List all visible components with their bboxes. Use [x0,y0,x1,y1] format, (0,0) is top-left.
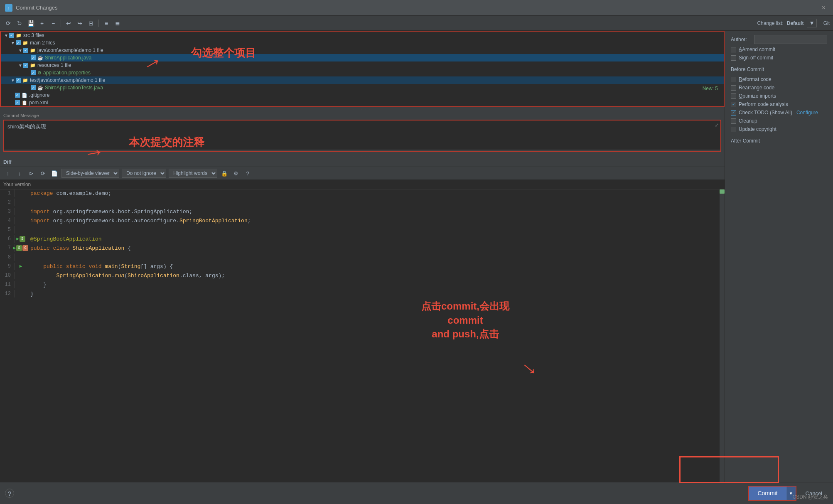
resize-handle-bottom[interactable]: · · · · · [0,154,725,157]
line-num-3: 3 [0,208,15,215]
folder-icon-resources: 📁 [30,63,36,68]
code-area: 1 package com.example.demo; 2 3 [0,189,725,299]
toolbar-btn-5[interactable]: − [48,18,58,28]
amend-label: AAmend commit [739,47,775,52]
dialog-title: Commit Changes [16,5,57,11]
checkbox-shiro-app[interactable]: ✓ [31,55,36,60]
tree-item-src[interactable]: ▼ ✓ 📁 src 3 files [1,32,724,39]
optimize-row[interactable]: Optimize imports [731,93,827,99]
diff-btn-help[interactable]: ? [243,169,252,178]
commit-button[interactable]: Commit [749,487,786,500]
line-content-5 [27,226,34,228]
toolbar-btn-2[interactable]: ↻ [15,18,25,28]
signoff-row[interactable]: Sign-off commit [731,55,827,61]
line-num-4: 4 [0,217,15,224]
checkbox-java-pkg[interactable]: ✓ [23,48,28,53]
ignore-dropdown[interactable]: Do not ignore [122,169,166,178]
rearrange-checkbox[interactable] [731,85,736,91]
run-icon-9[interactable]: ▶ [20,263,22,269]
toolbar-btn-diff[interactable]: ⊟ [86,18,96,28]
checkbox-pom[interactable]: ✓ [15,100,20,105]
run-icon-6: ▶ [16,236,19,242]
line-gutter-12 [15,290,27,292]
tree-item-shiro-app[interactable]: ▷ ✓ ☕ ShiroApplication.java [1,54,724,61]
diff-btn-up[interactable]: ↑ [3,169,12,178]
line-num-11: 11 [0,281,15,288]
toolbar-btn-3[interactable]: 💾 [26,18,36,28]
diff-btn-prev[interactable]: ⊳ [27,169,36,178]
perform-analysis-checkbox[interactable]: ✓ [731,102,736,107]
checkbox-main[interactable]: ✓ [16,40,21,45]
checkbox-src[interactable]: ✓ [9,33,14,38]
rearrange-row[interactable]: Rearrange code [731,85,827,91]
reformat-checkbox[interactable] [731,77,736,82]
signoff-checkbox[interactable] [731,55,736,61]
check-todo-row[interactable]: ✓ Check TODO (Show All) Configure [731,110,827,116]
diff-btn-down[interactable]: ↓ [15,169,24,178]
tree-item-test-pkg[interactable]: ▼ ✓ 📁 test\java\com\example\demo 1 file [1,76,724,84]
cleanup-checkbox[interactable] [731,118,736,124]
checkbox-gitignore[interactable]: ✓ [15,93,20,98]
line-content-1: package com.example.demo; [27,189,115,197]
toolbar-btn-redo[interactable]: ↪ [75,18,85,28]
code-line-5: 5 [0,226,725,235]
title-bar: ↑ Commit Changes × [0,0,833,16]
commit-message-section: Commit Message shiro架构的实现 ⤢ [0,111,725,154]
file-tree[interactable]: ▼ ✓ 📁 src 3 files ▼ ✓ 📁 main 2 files ▼ [0,31,725,107]
checkbox-app-props[interactable]: ✓ [31,70,36,75]
update-copyright-checkbox[interactable] [731,127,736,132]
viewer-dropdown[interactable]: Side-by-side viewer [61,169,119,178]
tree-label-main: main 2 files [30,40,55,46]
resize-handle-top[interactable]: · · · · · [0,107,725,111]
author-input[interactable] [754,35,827,44]
reformat-row[interactable]: Reformat code [731,76,827,82]
diff-btn-file[interactable]: 📄 [50,169,59,178]
diff-btn-refresh[interactable]: ⟳ [38,169,47,178]
optimize-checkbox[interactable] [731,93,736,99]
toolbar-btn-undo[interactable]: ↩ [64,18,74,28]
amend-row[interactable]: AAmend commit [731,47,827,52]
cleanup-row[interactable]: Cleanup [731,118,827,124]
code-line-12: 12 } [0,290,725,299]
highlight-dropdown[interactable]: Highlight words [169,169,217,178]
tree-item-shiro-tests[interactable]: ▷ ✓ ☕ ShiroApplicationTests.java [1,84,724,91]
line-content-7: public class ShiroApplication { [27,244,134,252]
tree-item-pom[interactable]: ▷ ✓ 📋 pom.xml [1,99,724,106]
tree-item-resources[interactable]: ▼ ✓ 📁 resources 1 file [1,61,724,69]
run-icon-7[interactable]: ▶ [13,245,16,251]
toolbar-btn-1[interactable]: ⟳ [3,18,13,28]
folder-icon-src: 📁 [16,33,22,38]
diff-btn-lock[interactable]: 🔒 [220,169,229,178]
changelist-dropdown[interactable]: ▼ [807,19,816,27]
help-button[interactable]: ? [5,489,14,498]
update-copyright-row[interactable]: Update copyright [731,126,827,132]
xml-icon-pom: 📋 [22,100,27,106]
line-gutter-6: ▶ S [15,235,27,243]
tree-item-main[interactable]: ▼ ✓ 📁 main 2 files [1,39,724,47]
checkbox-resources[interactable]: ✓ [23,63,28,68]
close-button[interactable]: × [819,3,828,12]
checkbox-shiro-tests[interactable]: ✓ [31,85,36,90]
checkbox-test-pkg[interactable]: ✓ [16,78,21,83]
line-content-2 [27,199,34,200]
commit-message-input[interactable]: shiro架构的实现 [4,120,720,150]
line-gutter-10 [15,272,27,273]
sep1 [61,20,61,27]
toolbar-btn-4[interactable]: + [37,18,47,28]
tree-item-gitignore[interactable]: ▷ ✓ 📄 .gitignore [1,91,724,99]
toolbar-btn-sort1[interactable]: ≡ [101,18,111,28]
configure-link[interactable]: Configure [796,110,818,116]
line-gutter-5 [15,226,27,228]
amend-checkbox[interactable] [731,47,736,52]
toolbar-btn-sort2[interactable]: ≣ [113,18,123,28]
commit-msg-expand[interactable]: ⤢ [715,122,719,128]
tree-item-app-props[interactable]: ▷ ✓ ⚙ application.properties [1,69,724,76]
sep2 [98,20,99,27]
tree-item-java-pkg[interactable]: ▼ ✓ 📁 java\com\example\demo 1 file [1,47,724,54]
arrow-resources: ▼ [18,63,22,68]
diff-btn-settings[interactable]: ⚙ [231,169,241,178]
line-gutter-3 [15,208,27,209]
check-todo-checkbox[interactable]: ✓ [731,110,736,116]
perform-analysis-row[interactable]: ✓ Perform code analysis [731,101,827,107]
java-icon-shiro-app: ☕ [37,55,43,61]
